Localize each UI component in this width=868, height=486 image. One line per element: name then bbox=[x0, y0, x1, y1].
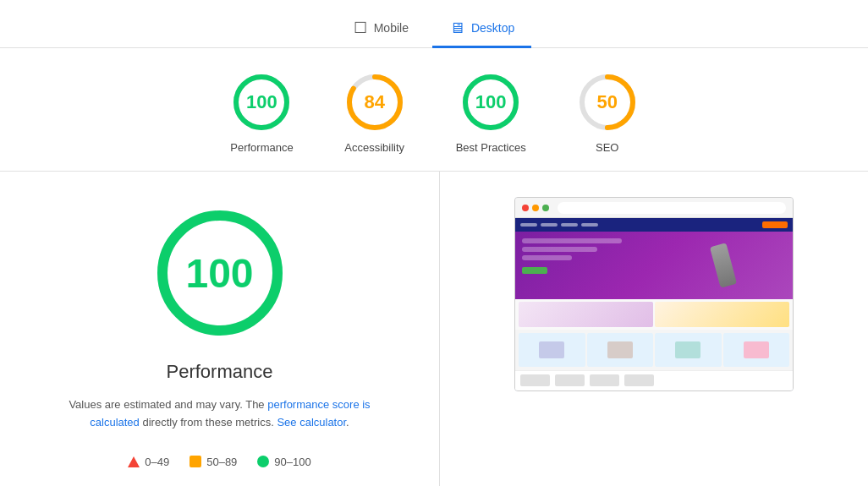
tab-desktop[interactable]: 🖥 Desktop bbox=[432, 11, 531, 48]
score-label-seo: SEO bbox=[596, 141, 618, 154]
product-img-1 bbox=[539, 341, 564, 358]
logo-3 bbox=[590, 374, 619, 386]
main-content: 100 Performance Values are estimated and… bbox=[0, 172, 868, 486]
score-value-seo: 50 bbox=[597, 91, 618, 113]
score-accessibility[interactable]: 84 Accessibility bbox=[344, 72, 405, 154]
legend-green-range: 90–100 bbox=[274, 456, 310, 468]
website-preview bbox=[514, 197, 794, 391]
tab-mobile[interactable]: ☐ Mobile bbox=[337, 10, 426, 48]
product-3 bbox=[655, 333, 722, 367]
product-img-3 bbox=[675, 341, 700, 358]
desc-middle: directly from these metrics. bbox=[142, 416, 273, 429]
preview-products bbox=[515, 330, 793, 370]
triangle-icon bbox=[128, 456, 140, 467]
score-seo[interactable]: 50 SEO bbox=[577, 72, 638, 154]
score-label-performance: Performance bbox=[230, 141, 293, 154]
logo-4 bbox=[624, 374, 654, 386]
big-score-circle: 100 bbox=[152, 205, 288, 341]
desktop-icon: 🖥 bbox=[449, 19, 464, 37]
legend-orange: 50–89 bbox=[190, 456, 237, 468]
logo-2 bbox=[555, 374, 585, 386]
legend-red-range: 0–49 bbox=[145, 456, 169, 468]
tab-desktop-label: Desktop bbox=[471, 21, 514, 35]
calculator-link[interactable]: See calculator bbox=[277, 416, 346, 429]
score-circle-seo: 50 bbox=[577, 72, 638, 133]
mobile-icon: ☐ bbox=[354, 19, 367, 37]
big-score-value: 100 bbox=[185, 250, 253, 297]
preview-hero-button bbox=[522, 267, 547, 274]
score-value-best-practices: 100 bbox=[475, 91, 507, 113]
scores-bar: 100 Performance 84 Accessibility 100 Bes… bbox=[0, 48, 868, 172]
circle-icon bbox=[257, 456, 269, 467]
product-1 bbox=[519, 333, 585, 367]
preview-hero-text-area bbox=[515, 232, 654, 299]
nav-item-1 bbox=[520, 223, 537, 227]
score-label-best-practices: Best Practices bbox=[456, 141, 526, 154]
score-best-practices[interactable]: 100 Best Practices bbox=[456, 72, 526, 154]
browser-address-bar bbox=[558, 202, 786, 214]
preview-body bbox=[515, 218, 793, 390]
score-value-accessibility: 84 bbox=[364, 91, 384, 113]
score-circle-accessibility: 84 bbox=[344, 72, 405, 133]
score-circle-performance: 100 bbox=[231, 72, 292, 133]
perf-description: Values are estimated and may vary. The p… bbox=[59, 396, 381, 432]
score-label-accessibility: Accessibility bbox=[344, 141, 404, 154]
preview-sub-hero bbox=[515, 299, 793, 330]
product-img-4 bbox=[744, 341, 769, 358]
sub-hero-1 bbox=[519, 302, 653, 327]
logo-1 bbox=[520, 374, 550, 386]
preview-logos bbox=[515, 370, 793, 390]
right-panel bbox=[440, 172, 868, 486]
preview-hero-text-2 bbox=[522, 247, 597, 252]
product-4 bbox=[723, 333, 790, 367]
desc-before: Values are estimated and may vary. The bbox=[69, 398, 264, 411]
spark-plug-image bbox=[710, 243, 737, 287]
product-2 bbox=[587, 333, 654, 367]
preview-hero bbox=[515, 232, 793, 299]
legend: 0–49 50–89 90–100 bbox=[128, 456, 310, 468]
nav-item-2 bbox=[541, 223, 558, 227]
score-value-performance: 100 bbox=[246, 91, 277, 113]
score-circle-best-practices: 100 bbox=[460, 72, 521, 133]
preview-hero-text-1 bbox=[522, 238, 622, 243]
tab-mobile-label: Mobile bbox=[374, 21, 409, 35]
preview-hero-image bbox=[654, 232, 793, 299]
browser-dot-green bbox=[542, 205, 549, 211]
product-img-2 bbox=[607, 341, 633, 358]
preview-hero-text-3 bbox=[522, 255, 572, 260]
browser-dot-yellow bbox=[532, 205, 539, 211]
preview-logo bbox=[762, 221, 788, 228]
legend-orange-range: 50–89 bbox=[206, 456, 237, 468]
preview-nav bbox=[515, 218, 793, 232]
nav-item-3 bbox=[561, 223, 578, 227]
legend-green: 90–100 bbox=[257, 456, 310, 468]
tab-bar: ☐ Mobile 🖥 Desktop bbox=[0, 0, 868, 48]
browser-dot-red bbox=[522, 205, 529, 211]
perf-title: Performance bbox=[167, 361, 273, 383]
square-icon bbox=[190, 456, 201, 467]
sub-hero-2 bbox=[655, 302, 789, 327]
browser-chrome bbox=[515, 198, 793, 218]
score-performance[interactable]: 100 Performance bbox=[230, 72, 293, 154]
legend-red: 0–49 bbox=[128, 456, 169, 468]
left-panel: 100 Performance Values are estimated and… bbox=[0, 172, 440, 486]
nav-item-4 bbox=[581, 223, 598, 227]
